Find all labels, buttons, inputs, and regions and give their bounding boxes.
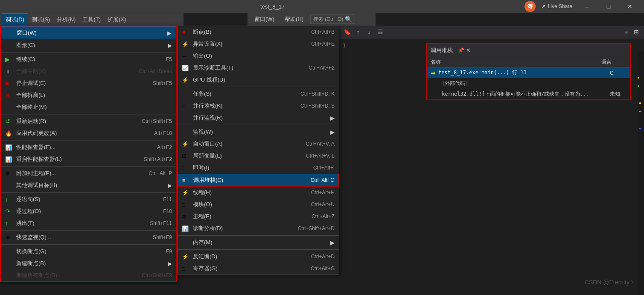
call-stack-label: 调用堆栈(C) [193,176,311,184]
restart-perf-item[interactable]: 📊 重启性能探查器(L) Shift+Alt+F2 [1,153,176,165]
terminate-all-item[interactable]: 全部终止(M) [1,101,176,113]
immediate-item[interactable]: □ 即时(I) Ctrl+Alt+I [178,162,339,174]
search-input-container[interactable]: 搜索 (Ctrl+Q) 🔍 [310,15,355,24]
toggle-breakpoint-item[interactable]: 切换断点(G) F9 [1,245,176,257]
registers-item[interactable]: □ 寄存器(G) Ctrl+Alt+G [178,263,339,275]
menu-item-debug[interactable]: 调试(D) [2,13,28,26]
menu-bar: 调试(D) 测试(S) 分析(N) 工具(T) 扩展(X) [0,13,184,26]
minimize-button[interactable]: – [577,0,597,13]
memory-item[interactable]: 内存(M) ▶ [178,237,339,248]
maximize-button[interactable]: □ [599,0,618,13]
exception-shortcut: Ctrl+Alt+E [311,41,335,47]
menu-item-extend[interactable]: 扩展(X) [104,13,129,26]
apply-code-item[interactable]: 🔥 应用代码更改(A) Alt+F10 [1,127,176,139]
auto-window-item[interactable]: ⚡ 自动窗口(A) Ctrl+Alt+V, A [178,138,339,150]
gpu-threads-item[interactable]: ⚡ GPU 线程(U) [178,74,339,86]
diag-analysis-icon: 📊 [182,225,190,232]
parallel-stacks-item[interactable]: ≡ 并行堆栈(K) Ctrl+Shift+D, S [178,100,339,112]
toolbar-btn-1[interactable]: 🔖 [343,28,351,36]
toolbar-btn-split[interactable]: ⊞ [632,28,641,36]
memory-label: 内存(M) [193,239,330,246]
modules-item[interactable]: □ 模块(O) Ctrl+Alt+U [178,199,339,210]
exception-label: 异常设置(X) [193,40,311,48]
diag-analysis-item[interactable]: 📊 诊断分析(D) Ctrl+Shift+Alt+D [178,222,339,234]
exception-item[interactable]: ⚡ 异常设置(X) Ctrl+Alt+E [178,38,339,50]
new-breakpoint-arrow: ▶ [168,260,172,267]
processes-shortcut: Ctrl+Alt+Z [312,213,335,219]
parallel-stacks-label: 并行堆栈(K) [193,102,300,110]
delete-all-bp-shortcut: Ctrl+Shift+F9 [142,272,172,278]
diag-tools-item[interactable]: 📈 显示诊断工具(T) Ctrl+Alt+F2 [178,62,339,74]
continue-item[interactable]: ▶ 继续(C) F5 [1,53,176,65]
close-button[interactable]: ✕ [620,0,640,13]
break-all-label: 全部中断(K) [16,67,139,75]
user-avatar: 涛 [525,1,536,12]
window-menu-item[interactable]: 窗口(W) [251,13,278,26]
step-over-item[interactable]: ↷ 逐过程(O) F10 [1,205,176,217]
perf-explorer-icon: 📊 [5,144,14,151]
toolbar-btn-settings[interactable]: ≡ [622,28,630,36]
col-name-header: 名称 [431,58,601,66]
call-stack-row-1[interactable]: ➡ test_8_17.exe!main(...) 行 13 C [427,67,630,78]
parallel-monitor-item[interactable]: 并行监视(R) ▶ [178,112,339,124]
apply-code-label: 应用代码更改(A) [16,129,154,137]
help-menu-item[interactable]: 帮助(H) [281,13,307,26]
perf-explorer-item[interactable]: 📊 性能探查器(F)... Alt+F2 [1,141,176,153]
bp-icon: ● [182,28,190,36]
registers-icon: □ [182,266,190,272]
call-stack-row-3[interactable]: kernel32.dll![下面的框架可能不正确和/或缺失，没有为... 未知 [427,89,630,99]
watch-item[interactable]: 监视(W) ▶ [178,126,339,138]
break-all-shortcut: Ctrl+Alt+Break [139,68,172,74]
attach-process-item[interactable]: ⚙ 附加到进程(P)... Ctrl+Alt+P [1,167,176,179]
quick-watch-icon: 👁 [5,234,14,241]
immediate-icon: □ [182,165,190,171]
call-stack-row-2[interactable]: [外部代码] [427,78,630,89]
menu-item-tools[interactable]: 工具(T) [79,13,104,26]
locals-item[interactable]: ⊞ 局部变量(L) Ctrl+Alt+V, L [178,150,339,162]
quick-watch-item[interactable]: 👁 快速监视(Q)... Shift+F9 [1,231,176,243]
terminate-all-label: 全部终止(M) [16,103,172,111]
disassembly-shortcut: Ctrl+Alt+D [311,254,335,260]
threads-item[interactable]: ⚡ 线程(H) Ctrl+Alt+H [178,187,339,199]
toolbar-btn-4[interactable]: ☰ [376,28,385,36]
other-target-item[interactable]: 其他调试目标(H) ▶ [1,179,176,191]
toolbar-btn-3[interactable]: ↓ [365,28,373,36]
title-bar-title: test_8_17 [260,3,285,10]
live-share-button[interactable]: ↗ Live Share [537,3,576,10]
close-panel-icon[interactable]: ✕ [466,47,471,53]
menu-item-test[interactable]: 测试(S) [28,13,53,26]
bp-item[interactable]: ● 断点(B) Ctrl+Alt+B [178,26,339,38]
parallel-monitor-label: 并行监视(R) [193,114,330,122]
stop-debug-item[interactable]: ■ 停止调试(E) Shift+F5 [1,77,176,89]
new-breakpoint-item[interactable]: 新建断点(B) ▶ [1,257,176,269]
delete-all-bp-label: 删除所有断点(D) [16,272,142,279]
row1-arrow-icon: ➡ [431,70,436,76]
tasks-item[interactable]: □ 任务(S) Ctrl+Shift+D, K [178,88,339,100]
registers-label: 寄存器(G) [193,265,311,272]
step-out-item[interactable]: ↑ 跳出(T) Shift+F11 [1,217,176,229]
step-into-item[interactable]: ↓ 逐语句(S) F11 [1,193,176,205]
attach-process-shortcut: Ctrl+Alt+P [149,170,172,176]
menu-item-analysis[interactable]: 分析(N) [53,13,79,26]
pin-icon[interactable]: 📌 [458,47,464,53]
processes-item[interactable]: ⚙ 进程(P) Ctrl+Alt+Z [178,210,339,222]
quick-watch-label: 快速监视(Q)... [16,234,153,241]
window-submenu-trigger[interactable]: 窗口(W) ▶ [1,26,176,39]
output-icon: → [182,53,190,59]
diag-tools-icon: 📈 [182,65,190,71]
bp-shortcut: Ctrl+Alt+B [311,29,335,35]
diag-analysis-shortcut: Ctrl+Shift+Alt+D [298,225,335,231]
tasks-label: 任务(S) [193,90,300,98]
output-item[interactable]: → 输出(O) [178,50,339,62]
graph-item[interactable]: 图形(C) ▶ [1,39,176,51]
toolbar-btn-2[interactable]: ↑ [354,28,362,36]
detach-all-icon: ✕ [5,92,14,99]
parallel-monitor-arrow: ▶ [330,115,335,121]
detach-all-item[interactable]: ✕ 全部拆离(L) [1,89,176,101]
call-stack-item[interactable]: ≡ 调用堆栈(C) Ctrl+Alt+C [178,174,339,187]
restart-icon: ↺ [5,118,14,125]
disassembly-item[interactable]: ⚡ 反汇编(D) Ctrl+Alt+D [178,251,339,263]
gpu-threads-label: GPU 线程(U) [193,76,335,84]
row3-name: kernel32.dll![下面的框架可能不正确和/或缺失，没有为... [442,91,610,98]
restart-item[interactable]: ↺ 重新启动(R) Ctrl+Shift+F5 [1,115,176,127]
